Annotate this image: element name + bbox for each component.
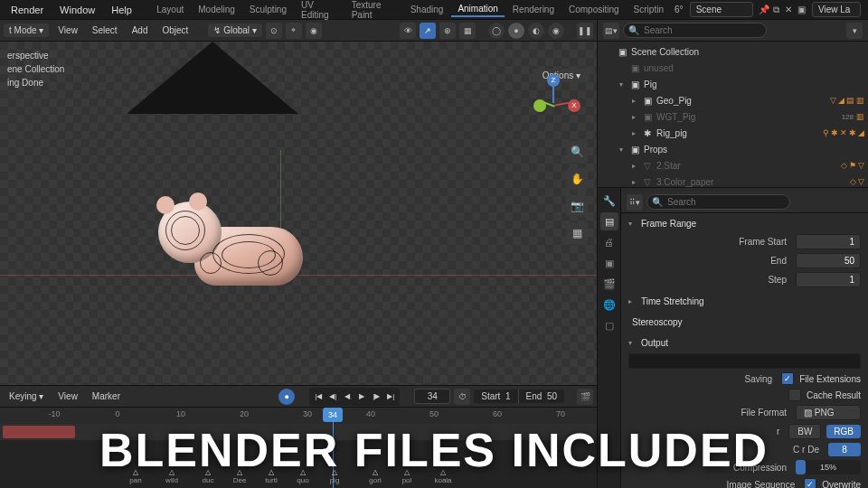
tl-key-clip[interactable] [3, 426, 75, 438]
shading-wire-icon[interactable]: ◯ [488, 23, 505, 39]
tab-animation[interactable]: Animation [451, 2, 504, 17]
tab-modeling[interactable]: Modeling [192, 3, 241, 16]
file-format-select[interactable]: ▨ PNG [796, 405, 861, 420]
disclosure-icon[interactable]: ▾ [617, 80, 626, 89]
gizmo-x-axis[interactable]: X [568, 99, 580, 112]
jump-end-icon[interactable]: ▶| [383, 389, 398, 404]
disclosure-icon[interactable]: ▸ [629, 162, 638, 170]
disclosure-icon[interactable]: ▸ [629, 178, 638, 186]
tl-marker[interactable]: koala [434, 468, 451, 484]
tab-layout[interactable]: Layout [150, 3, 190, 16]
visibility-icon[interactable]: 👁 [400, 23, 416, 39]
panel-frame-range[interactable]: ▾Frame Range [628, 215, 861, 232]
file-ext-checkbox[interactable]: ✓ [781, 372, 794, 385]
vp-menu-add[interactable]: Add [127, 23, 154, 37]
outliner-item[interactable]: ▸✱Rig_pig⚲✱✕✱◢ [598, 125, 868, 141]
tab-texture[interactable]: Texture Paint [345, 0, 402, 22]
tl-keying-menu[interactable]: Keying ▾ [4, 389, 49, 403]
start-frame-input[interactable]: Start 1 [474, 389, 518, 403]
ptab-output-icon[interactable]: 🖨 [600, 233, 618, 251]
gizmo-z-axis[interactable]: Z [547, 74, 560, 87]
snap-icon[interactable]: ⌖ [286, 23, 302, 39]
panel-stereoscopy[interactable]: Stereoscopy [628, 314, 861, 331]
play-fwd-icon[interactable]: ▶ [354, 389, 369, 404]
perspective-icon[interactable]: ▦ [566, 222, 588, 244]
viewlayer-input[interactable] [812, 2, 861, 17]
outliner-item[interactable]: ▸▽3.Color_paper◇▽ [598, 174, 868, 187]
tab-uv[interactable]: UV Editing [295, 0, 344, 22]
clock-icon[interactable]: ⏱ [454, 389, 470, 405]
outliner-item[interactable]: ▾▣Props [598, 141, 868, 157]
ptab-scene-icon[interactable]: 🎬 [600, 275, 618, 293]
disclosure-icon[interactable]: ▸ [629, 113, 638, 121]
frame-step-input[interactable]: 1 [796, 272, 861, 287]
clapper-icon[interactable]: 🎬 [577, 389, 593, 405]
output-path-input[interactable] [628, 353, 861, 369]
props-search-input[interactable] [646, 194, 790, 210]
play-rev-icon[interactable]: ◀ [340, 389, 354, 404]
end-frame-input[interactable]: End 50 [519, 389, 564, 403]
pause-icon[interactable]: ❚❚ [577, 23, 593, 39]
vp-menu-object[interactable]: Object [156, 23, 193, 37]
cache-result-checkbox[interactable] [788, 389, 801, 401]
prev-key-icon[interactable]: ◀| [326, 389, 340, 404]
tl-marker-menu[interactable]: Marker [87, 389, 126, 403]
outliner-item[interactable]: ▸▣Geo_Pig▽◢▤▥ [598, 92, 868, 108]
pivot-icon[interactable]: ⊙ [266, 23, 282, 39]
depth-button[interactable]: 8 [828, 443, 861, 456]
scene-name-input[interactable] [690, 2, 753, 17]
tl-marker[interactable]: Dee [233, 468, 247, 484]
pin-icon[interactable]: 📌 [759, 4, 769, 16]
menu-help[interactable]: Help [104, 3, 139, 17]
nav-gizmo[interactable]: Z X [526, 74, 580, 128]
panel-output[interactable]: ▾Output [628, 334, 861, 352]
outliner-item[interactable]: ▸▽2.Star◇⚑▽ [598, 157, 868, 174]
orientation-dropdown[interactable]: ↯ Global ▾ [208, 23, 261, 37]
disclosure-icon[interactable]: ▾ [617, 145, 626, 154]
compression-slider[interactable]: 15% [796, 460, 861, 474]
menu-window[interactable]: Window [52, 3, 102, 17]
pig-character[interactable] [149, 191, 312, 299]
prop-edit-icon[interactable]: ◉ [306, 23, 322, 39]
playhead-knob[interactable]: 34 [323, 408, 343, 422]
camera-icon[interactable]: 📷 [566, 195, 588, 217]
gizmo-toggle-icon[interactable]: ↗ [420, 23, 436, 39]
tab-scripting[interactable]: Scriptin [627, 3, 670, 16]
outliner-item[interactable]: ▸▣WGT_Pig128▥ [598, 108, 868, 125]
xray-icon[interactable]: ▦ [459, 23, 476, 39]
tl-marker[interactable]: duc [203, 468, 214, 484]
next-key-icon[interactable]: |▶ [369, 389, 383, 404]
ptab-viewlayer-icon[interactable]: ▣ [600, 254, 618, 272]
menu-render[interactable]: Render [4, 3, 51, 17]
tl-ruler[interactable]: -1001020303440506070 [0, 408, 597, 424]
tl-marker[interactable]: wild [165, 468, 178, 484]
ptab-render-icon[interactable]: ▤ [600, 212, 618, 230]
gizmo-y-axis[interactable] [533, 99, 546, 112]
close-icon[interactable]: ✕ [783, 4, 794, 16]
shading-render-icon[interactable]: ◉ [548, 23, 564, 39]
shading-matprev-icon[interactable]: ◐ [528, 23, 544, 39]
tl-marker[interactable]: gori [369, 468, 381, 484]
ptab-object-icon[interactable]: ▢ [600, 316, 618, 334]
current-frame-input[interactable]: 34 [414, 389, 450, 404]
outliner-item[interactable]: ▣Scene Collection [598, 43, 868, 60]
bw-button[interactable]: BW [788, 424, 821, 439]
mode-dropdown[interactable]: t Mode ▾ [4, 23, 49, 37]
panel-time-stretching[interactable]: ▸Time Stretching [628, 293, 861, 310]
ptab-world-icon[interactable]: 🌐 [600, 296, 618, 314]
outliner-search-input[interactable] [623, 23, 767, 38]
overlay-toggle-icon[interactable]: ⊕ [439, 23, 456, 39]
filter-icon[interactable]: ▾ [846, 23, 863, 39]
frame-end-input[interactable]: 50 [796, 253, 861, 268]
tab-rendering[interactable]: Rendering [506, 3, 561, 16]
jump-start-icon[interactable]: |◀ [311, 389, 326, 404]
rgb-button[interactable]: RGB [826, 425, 861, 438]
vp-menu-select[interactable]: Select [87, 23, 123, 37]
tab-shading[interactable]: Shading [404, 3, 450, 16]
outliner-tree[interactable]: ▣Scene Collection▣unused▾▣Pig▸▣Geo_Pig▽◢… [598, 42, 868, 187]
tl-marker[interactable]: quo [297, 468, 308, 484]
ptab-tool-icon[interactable]: 🔧 [600, 192, 618, 210]
outliner-item[interactable]: ▣unused [598, 60, 868, 76]
tl-view-menu[interactable]: View [52, 389, 83, 403]
outliner-item[interactable]: ▾▣Pig [598, 76, 868, 92]
